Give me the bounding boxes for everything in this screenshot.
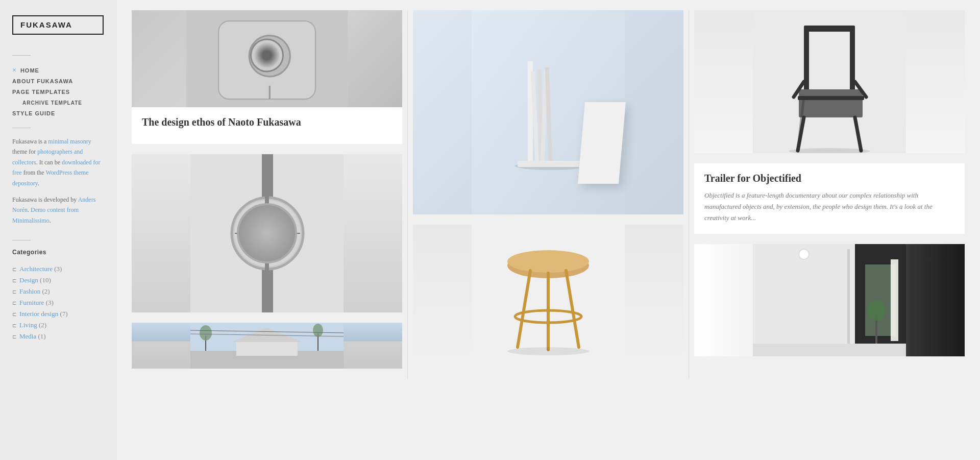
svg-rect-64 xyxy=(753,344,906,356)
sidebar: FUKASAWA HOME ABOUT FUKASAWA PAGE TEMPLA… xyxy=(0,0,116,460)
nav-item-home[interactable]: HOME xyxy=(12,65,104,75)
svg-rect-36 xyxy=(518,161,589,167)
nav-link-style-guide[interactable]: STYLE GUIDE xyxy=(12,110,55,116)
card-image-stool xyxy=(413,225,683,357)
nav-item-page-templates[interactable]: PAGE TEMPLATES xyxy=(12,87,104,96)
main-content: The design ethos of Naoto Fukasawa xyxy=(116,0,980,460)
cat-count-furniture: (3) xyxy=(46,299,54,307)
logo[interactable]: FUKASAWA xyxy=(12,15,104,35)
cat-count-interior: (7) xyxy=(60,310,67,318)
masonry-grid: The design ethos of Naoto Fukasawa xyxy=(127,10,970,379)
svg-rect-67 xyxy=(891,259,898,341)
cat-link-media[interactable]: Media xyxy=(19,332,36,341)
card-title-cd-player[interactable]: The design ethos of Naoto Fukasawa xyxy=(142,115,392,129)
card-excerpt-objectified: Objectified is a feature-length document… xyxy=(704,190,954,224)
divider-2 xyxy=(12,128,31,128)
categories-title: Categories xyxy=(12,249,104,256)
masonry-col-2 xyxy=(408,10,689,379)
svg-rect-46 xyxy=(804,26,809,97)
svg-rect-20 xyxy=(236,341,298,356)
svg-rect-1 xyxy=(218,21,315,99)
svg-point-25 xyxy=(313,324,323,337)
svg-rect-59 xyxy=(753,244,855,356)
cat-link-architecture[interactable]: Architecture xyxy=(19,265,53,273)
nav-item-archive[interactable]: ARCHIVE TEMPLATE xyxy=(12,98,104,107)
masonry-col-1: The design ethos of Naoto Fukasawa xyxy=(127,10,408,379)
card-image-watch xyxy=(132,154,402,312)
divider-1 xyxy=(12,55,31,56)
cat-count-architecture: (3) xyxy=(54,265,62,273)
card-body-objectified: Trailer for Objectified Objectified is a… xyxy=(694,163,965,234)
cat-item-design[interactable]: Design (10) xyxy=(12,276,104,284)
svg-point-2 xyxy=(249,36,290,77)
nav-link-about[interactable]: ABOUT FUKASAWA xyxy=(12,78,73,84)
cat-item-architecture[interactable]: Architecture (3) xyxy=(12,265,104,273)
svg-rect-47 xyxy=(850,26,855,97)
masonry-col-3: Trailer for Objectified Objectified is a… xyxy=(689,10,970,379)
svg-point-16 xyxy=(265,231,270,235)
svg-rect-61 xyxy=(847,249,850,349)
svg-point-3 xyxy=(260,46,279,66)
divider-3 xyxy=(12,240,31,240)
svg-rect-50 xyxy=(798,96,864,100)
svg-rect-49 xyxy=(799,89,863,117)
svg-point-4 xyxy=(267,53,273,59)
cat-item-living[interactable]: Living (2) xyxy=(12,321,104,329)
cat-count-fashion: (2) xyxy=(42,287,50,296)
card-watch[interactable] xyxy=(132,154,402,312)
nav-link-home[interactable]: HOME xyxy=(20,67,39,74)
svg-point-66 xyxy=(867,300,886,321)
nav-link-page-templates[interactable]: PAGE TEMPLATES xyxy=(12,89,70,95)
cat-count-living: (2) xyxy=(39,321,46,329)
svg-rect-48 xyxy=(804,26,855,32)
card-image-magazines xyxy=(413,10,683,214)
svg-rect-6 xyxy=(190,154,344,312)
card-title-objectified[interactable]: Trailer for Objectified xyxy=(704,172,954,185)
nav-link-archive[interactable]: ARCHIVE TEMPLATE xyxy=(22,100,82,106)
card-magazines[interactable] xyxy=(413,10,683,214)
card-objectified[interactable]: Trailer for Objectified Objectified is a… xyxy=(694,163,965,234)
svg-point-63 xyxy=(799,249,809,259)
categories-list: Architecture (3) Design (10) Fashion (2)… xyxy=(12,262,104,344)
cat-link-living[interactable]: Living xyxy=(19,321,37,329)
card-stool[interactable] xyxy=(413,225,683,357)
cat-item-interior[interactable]: Interior design (7) xyxy=(12,310,104,318)
cat-link-interior[interactable]: Interior design xyxy=(19,310,58,318)
logo-text: FUKASAWA xyxy=(20,20,72,29)
svg-point-8 xyxy=(232,198,303,269)
description-1: Fukasawa is a minimal masonry theme for … xyxy=(12,136,104,188)
card-image-house xyxy=(132,323,402,369)
nav-item-about[interactable]: ABOUT FUKASAWA xyxy=(12,76,104,85)
cat-count-media: (1) xyxy=(38,332,45,341)
cat-link-fashion[interactable]: Fashion xyxy=(19,287,40,296)
svg-point-9 xyxy=(234,200,301,267)
nav-item-style-guide[interactable]: STYLE GUIDE xyxy=(12,108,104,117)
svg-point-39 xyxy=(507,250,589,273)
main-nav: HOME ABOUT FUKASAWA PAGE TEMPLATES ARCHI… xyxy=(12,64,104,119)
nav-list: HOME ABOUT FUKASAWA PAGE TEMPLATES ARCHI… xyxy=(12,65,104,117)
cat-item-furniture[interactable]: Furniture (3) xyxy=(12,299,104,307)
description-2: Fukasawa is developed by Anders Norén. D… xyxy=(12,195,104,226)
cat-link-furniture[interactable]: Furniture xyxy=(19,299,44,307)
cat-item-fashion[interactable]: Fashion (2) xyxy=(12,287,104,296)
card-image-interior xyxy=(694,244,965,356)
svg-point-44 xyxy=(507,347,589,355)
cat-item-media[interactable]: Media (1) xyxy=(12,332,104,341)
card-interior[interactable] xyxy=(694,244,965,356)
card-image-cd-player xyxy=(132,10,402,107)
card-image-chair xyxy=(694,10,965,153)
svg-rect-7 xyxy=(262,154,273,312)
card-house[interactable] xyxy=(132,323,402,369)
card-chair[interactable] xyxy=(694,10,965,153)
svg-line-15 xyxy=(267,228,285,233)
cat-link-design[interactable]: Design xyxy=(19,276,38,284)
card-body-cd-player: The design ethos of Naoto Fukasawa xyxy=(132,107,402,144)
card-cd-player[interactable]: The design ethos of Naoto Fukasawa xyxy=(132,10,402,144)
cat-count-design: (10) xyxy=(40,276,51,284)
svg-point-23 xyxy=(200,325,212,341)
